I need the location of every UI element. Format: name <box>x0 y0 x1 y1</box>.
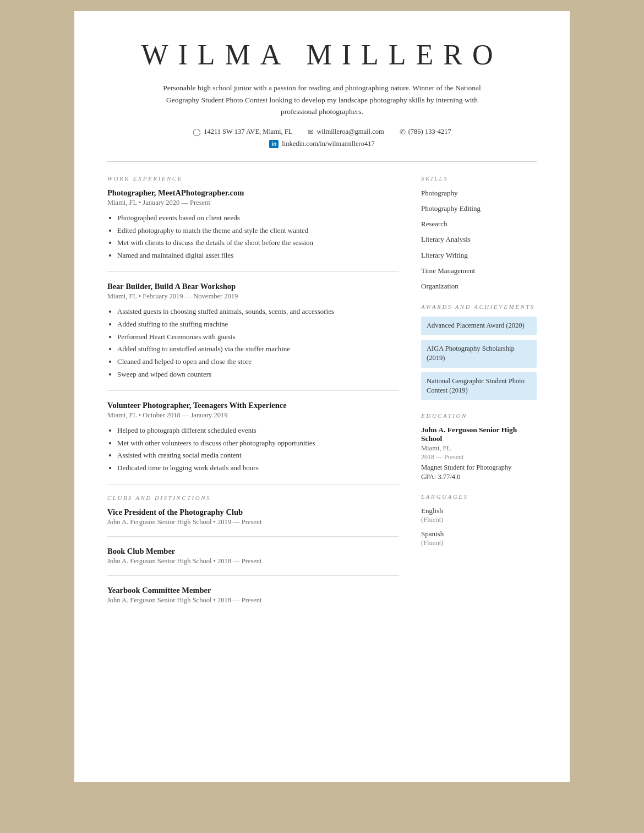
languages-section: LANGUAGES English (Fluent) Spanish (Flue… <box>421 493 537 547</box>
club-2: Book Club Member John A. Ferguson Senior… <box>107 547 399 565</box>
club-divider-2 <box>107 575 399 576</box>
clubs-label: CLUBS AND DISTINCTIONS <box>107 494 399 501</box>
left-column: WORK EXPERIENCE Photographer, MeetAPhoto… <box>107 175 399 610</box>
header-divider <box>107 161 537 162</box>
list-item: Assisted with creating social media cont… <box>117 450 399 461</box>
lang-level-1: (Fluent) <box>421 516 537 524</box>
edu-gpa: GPA: 3.77/4.0 <box>421 473 537 481</box>
email-icon: ✉ <box>308 128 314 137</box>
linkedin-text: linkedin.com/in/wilmamillero417 <box>282 140 374 148</box>
club-3-title: Yearbook Committee Member <box>107 586 399 595</box>
list-item: Cleaned and helped to open and close the… <box>117 356 399 368</box>
list-item: Named and maintained digital asset files <box>117 250 399 262</box>
skill-item: Literary Writing <box>421 251 537 260</box>
address-text: 14211 SW 137 AVE, Miami, FL <box>204 128 292 136</box>
phone-icon: ✆ <box>400 128 406 137</box>
awards-label: AWARDS AND ACHIEVEMENTS <box>421 303 537 310</box>
education-section: EDUCATION John A. Ferguson Senior High S… <box>421 412 537 481</box>
job-3-title: Volunteer Photographer, Teenagers With E… <box>107 401 399 410</box>
resume-page: WILMA MILLERO Personable high school jun… <box>74 11 570 782</box>
list-item: Assisted guests in choosing stuffed anim… <box>117 306 399 318</box>
edu-school: John A. Ferguson Senior High School <box>421 426 537 443</box>
linkedin-row: in linkedin.com/in/wilmamillero417 <box>107 140 537 148</box>
job-1-bullets: Photographed events based on client need… <box>117 213 399 262</box>
list-item: Added stuffing to the stuffing machine <box>117 319 399 330</box>
email-item: ✉ wilmilleroa@gmail.com <box>308 128 384 137</box>
award-badge: AIGA Photography Scholarship (2019) <box>421 340 537 368</box>
list-item: Added stuffing to unstuffed animals) via… <box>117 344 399 355</box>
edu-location: Miami, FL <box>421 444 537 453</box>
right-column: SKILLS Photography Photography Editing R… <box>421 175 537 610</box>
job-1-title: Photographer, MeetAPhotographer.com <box>107 188 399 198</box>
skill-item: Photography <box>421 188 537 198</box>
job-divider-2 <box>107 390 399 391</box>
job-3-meta: Miami, FL • October 2018 — January 2019 <box>107 411 399 420</box>
header-section: WILMA MILLERO Personable high school jun… <box>107 39 537 148</box>
club-2-title: Book Club Member <box>107 547 399 556</box>
club-divider-1 <box>107 536 399 537</box>
club-1: Vice President of the Photography Club J… <box>107 508 399 526</box>
job-2-title: Bear Builder, Build A Bear Workshop <box>107 282 399 291</box>
email-text: wilmilleroa@gmail.com <box>316 128 384 136</box>
list-item: Dedicated time to logging work details a… <box>117 462 399 474</box>
job-2: Bear Builder, Build A Bear Workshop Miam… <box>107 282 399 380</box>
club-1-title: Vice President of the Photography Club <box>107 508 399 517</box>
awards-section: AWARDS AND ACHIEVEMENTS Advanced Placeme… <box>421 303 537 400</box>
club-1-meta: John A. Ferguson Senior High School • 20… <box>107 518 399 526</box>
award-badge: Advanced Placement Award (2020) <box>421 317 537 335</box>
club-3: Yearbook Committee Member John A. Fergus… <box>107 586 399 605</box>
main-layout: WORK EXPERIENCE Photographer, MeetAPhoto… <box>107 175 537 610</box>
job-2-bullets: Assisted guests in choosing stuffed anim… <box>117 306 399 380</box>
address-item: ◯ 14211 SW 137 AVE, Miami, FL <box>193 128 292 137</box>
linkedin-icon: in <box>269 140 279 148</box>
phone-item: ✆ (786) 133-4217 <box>400 128 451 137</box>
candidate-name: WILMA MILLERO <box>107 39 537 71</box>
skill-item: Literary Analysis <box>421 235 537 244</box>
location-icon: ◯ <box>193 128 201 137</box>
skill-item: Time Management <box>421 266 537 276</box>
lang-name-2: Spanish <box>421 530 537 538</box>
list-item: Met with clients to discuss the details … <box>117 237 399 249</box>
edu-detail-1: Magnet Student for Photography <box>421 464 537 472</box>
contact-row: ◯ 14211 SW 137 AVE, Miami, FL ✉ wilmille… <box>107 128 537 137</box>
languages-label: LANGUAGES <box>421 493 537 500</box>
job-divider-1 <box>107 271 399 272</box>
work-experience-label: WORK EXPERIENCE <box>107 175 399 182</box>
job-1-meta: Miami, FL • January 2020 — Present <box>107 199 399 207</box>
work-experience-section: WORK EXPERIENCE Photographer, MeetAPhoto… <box>107 175 399 474</box>
skills-label: SKILLS <box>421 175 537 182</box>
award-badge: National Geographic Student Photo Contes… <box>421 372 537 400</box>
education-label: EDUCATION <box>421 412 537 419</box>
job-3: Volunteer Photographer, Teenagers With E… <box>107 401 399 474</box>
lang-name-1: English <box>421 507 537 515</box>
list-item: Edited photography to match the theme an… <box>117 225 399 237</box>
skill-item: Photography Editing <box>421 204 537 214</box>
list-item: Photographed events based on client need… <box>117 213 399 224</box>
skills-section: SKILLS Photography Photography Editing R… <box>421 175 537 291</box>
edu-dates: 2018 — Present <box>421 453 537 461</box>
phone-text: (786) 133-4217 <box>408 128 451 136</box>
club-2-meta: John A. Ferguson Senior High School • 20… <box>107 557 399 565</box>
lang-level-2: (Fluent) <box>421 539 537 547</box>
job-1: Photographer, MeetAPhotographer.com Miam… <box>107 188 399 262</box>
job-3-bullets: Helped to photograph different scheduled… <box>117 425 399 474</box>
list-item: Performed Heart Ceremonies with guests <box>117 331 399 343</box>
list-item: Sweep and wiped down counters <box>117 369 399 380</box>
summary-text: Personable high school junior with a pas… <box>151 82 493 118</box>
list-item: Met with other volunteers to discuss oth… <box>117 438 399 449</box>
section-divider-clubs <box>107 484 399 484</box>
skill-item: Organization <box>421 281 537 291</box>
club-3-meta: John A. Ferguson Senior High School • 20… <box>107 596 399 605</box>
list-item: Helped to photograph different scheduled… <box>117 425 399 437</box>
skill-item: Research <box>421 219 537 229</box>
clubs-section: CLUBS AND DISTINCTIONS Vice President of… <box>107 494 399 605</box>
job-2-meta: Miami, FL • February 2019 — November 201… <box>107 292 399 301</box>
